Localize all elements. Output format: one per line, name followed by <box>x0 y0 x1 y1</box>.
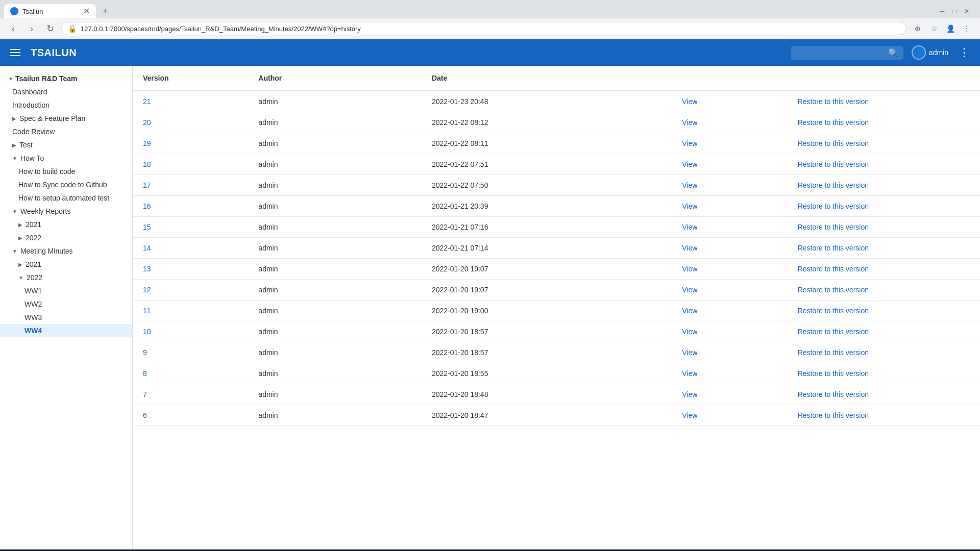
menu-icon[interactable]: ⋮ <box>960 21 974 36</box>
view-link-18[interactable]: View <box>682 160 697 168</box>
reload-button[interactable]: ↻ <box>43 21 57 36</box>
version-link-12[interactable]: 12 <box>143 286 151 294</box>
sidebar-item-dashboard[interactable]: Dashboard <box>0 85 132 98</box>
version-link-18[interactable]: 18 <box>143 160 151 168</box>
sidebar-item-test[interactable]: ▶ Test <box>0 138 132 152</box>
sidebar-item-ww3[interactable]: WW3 <box>0 311 132 324</box>
sidebar-item-weekly-2022[interactable]: ▶ 2022 <box>0 231 132 244</box>
restore-link-7[interactable]: Restore to this version <box>798 390 869 398</box>
sidebar-item-spec[interactable]: ▶ Spec & Feature Plan <box>0 112 132 125</box>
sidebar-item-weekly-2021[interactable]: ▶ 2021 <box>0 218 132 231</box>
version-link-14[interactable]: 14 <box>143 244 151 252</box>
view-link-13[interactable]: View <box>682 265 697 273</box>
view-link-6[interactable]: View <box>682 411 697 419</box>
sidebar-item-how-to-sync[interactable]: How to Sync code to Github <box>0 178 132 191</box>
version-link-21[interactable]: 21 <box>143 97 151 106</box>
restore-link-21[interactable]: Restore to this version <box>798 97 869 106</box>
view-link-8[interactable]: View <box>682 369 697 378</box>
restore-link-17[interactable]: Restore to this version <box>798 181 869 189</box>
view-link-7[interactable]: View <box>682 390 697 398</box>
view-link-12[interactable]: View <box>682 286 697 294</box>
restore-link-16[interactable]: Restore to this version <box>798 202 869 210</box>
sidebar-introduction-label: Introduction <box>12 101 50 109</box>
restore-link-20[interactable]: Restore to this version <box>798 118 869 127</box>
sidebar-item-meeting-2021[interactable]: ▶ 2021 <box>0 258 132 271</box>
version-link-16[interactable]: 16 <box>143 202 151 210</box>
profile-icon[interactable]: 👤 <box>943 21 958 36</box>
view-link-9[interactable]: View <box>682 348 697 357</box>
search-input[interactable] <box>796 48 884 57</box>
sidebar-item-meeting-minutes[interactable]: ▼ Meeting Minutes <box>0 244 132 258</box>
view-link-21[interactable]: View <box>682 97 697 106</box>
view-link-15[interactable]: View <box>682 223 697 231</box>
version-link-11[interactable]: 11 <box>143 307 151 315</box>
restore-link-19[interactable]: Restore to this version <box>798 139 869 147</box>
restore-link-9[interactable]: Restore to this version <box>798 348 869 357</box>
active-tab[interactable]: Tsailun ✕ <box>4 4 96 18</box>
version-link-15[interactable]: 15 <box>143 223 151 231</box>
sidebar-item-how-to-build[interactable]: How to build code <box>0 165 132 178</box>
version-link-6[interactable]: 6 <box>143 411 147 419</box>
user-menu-button[interactable]: 👤 admin <box>912 45 948 60</box>
forward-button[interactable]: › <box>24 21 39 36</box>
sidebar-root-item[interactable]: ▼ Tsailun R&D Team <box>0 72 132 85</box>
restore-link-12[interactable]: Restore to this version <box>798 286 869 294</box>
version-link-10[interactable]: 10 <box>143 328 151 336</box>
minimize-button[interactable]: ─ <box>937 6 947 16</box>
bookmark-icon[interactable]: ☆ <box>927 21 941 36</box>
hamburger-menu[interactable] <box>8 47 22 58</box>
restore-link-18[interactable]: Restore to this version <box>798 160 869 168</box>
view-link-19[interactable]: View <box>682 139 697 147</box>
back-button[interactable]: ‹ <box>6 21 20 36</box>
view-link-14[interactable]: View <box>682 244 697 252</box>
version-link-9[interactable]: 9 <box>143 348 147 357</box>
sidebar-item-ww1[interactable]: WW1 <box>0 284 132 297</box>
cell-version: 19 <box>133 133 248 154</box>
restore-link-10[interactable]: Restore to this version <box>798 328 869 336</box>
version-link-19[interactable]: 19 <box>143 139 151 147</box>
restore-link-11[interactable]: Restore to this version <box>798 307 869 315</box>
restore-button[interactable]: □ <box>949 6 960 16</box>
sidebar-weekly-reports-label: Weekly Reports <box>20 207 71 215</box>
sidebar-item-meeting-2022[interactable]: ▼ 2022 <box>0 271 132 284</box>
sidebar-item-ww2[interactable]: WW2 <box>0 297 132 311</box>
view-link-16[interactable]: View <box>682 202 697 210</box>
version-link-13[interactable]: 13 <box>143 265 151 273</box>
sidebar-item-code-review[interactable]: Code Review <box>0 125 132 138</box>
header-more-button[interactable]: ⋮ <box>957 44 972 61</box>
url-bar[interactable]: 🔒 127.0.0.1:7000/spaces/rnd/pages/Tsailu… <box>61 22 906 35</box>
table-row: 13 admin 2022-01-20 19:07 View Restore t… <box>133 259 980 280</box>
version-link-7[interactable]: 7 <box>143 390 147 398</box>
url-text: 127.0.0.1:7000/spaces/rnd/pages/Tsailun_… <box>81 25 900 33</box>
cell-author: admin <box>248 217 422 238</box>
version-link-17[interactable]: 17 <box>143 181 151 189</box>
restore-link-6[interactable]: Restore to this version <box>798 411 869 419</box>
sidebar-ww3-label: WW3 <box>24 313 42 321</box>
close-window-button[interactable]: ✕ <box>962 6 972 16</box>
version-link-8[interactable]: 8 <box>143 369 147 378</box>
sidebar-item-weekly-reports[interactable]: ▼ Weekly Reports <box>0 205 132 218</box>
cell-version: 14 <box>133 238 248 259</box>
app-title: TSAILUN <box>31 47 77 59</box>
sidebar-item-how-to[interactable]: ▼ How To <box>0 152 132 165</box>
view-link-11[interactable]: View <box>682 307 697 315</box>
search-icon[interactable]: 🔍 <box>888 48 898 58</box>
view-link-10[interactable]: View <box>682 328 697 336</box>
restore-link-8[interactable]: Restore to this version <box>798 369 869 378</box>
tab-close-button[interactable]: ✕ <box>83 7 90 15</box>
view-link-17[interactable]: View <box>682 181 697 189</box>
version-link-20[interactable]: 20 <box>143 118 151 127</box>
restore-link-14[interactable]: Restore to this version <box>798 244 869 252</box>
view-link-20[interactable]: View <box>682 118 697 127</box>
restore-link-15[interactable]: Restore to this version <box>798 223 869 231</box>
extensions-icon[interactable]: ⊕ <box>911 21 925 36</box>
search-bar[interactable]: 🔍 <box>791 46 903 60</box>
sidebar-item-introduction[interactable]: Introduction <box>0 98 132 112</box>
restore-link-13[interactable]: Restore to this version <box>798 265 869 273</box>
sidebar-item-how-to-test[interactable]: How to setup automated test <box>0 191 132 205</box>
new-tab-button[interactable]: + <box>98 4 112 18</box>
security-icon: 🔒 <box>68 24 77 33</box>
sidebar-item-ww4[interactable]: WW4 <box>0 324 132 337</box>
address-actions: ⊕ ☆ 👤 ⋮ <box>911 21 974 36</box>
cell-version: 9 <box>133 342 248 363</box>
